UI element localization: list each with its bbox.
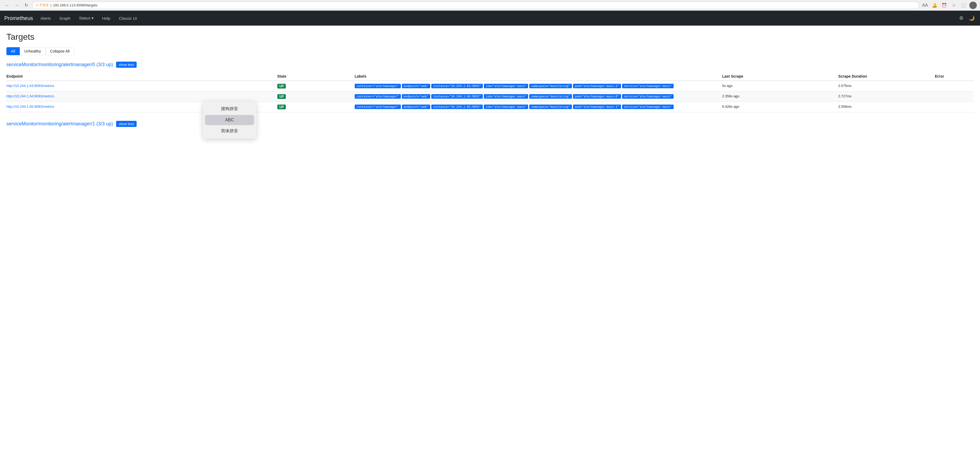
table-row: http://10.244.1.65:9093/metricsUPcontain… [6, 102, 974, 112]
browser-tools: AA 🔔 ⏰ ☆ ⬚ [921, 2, 977, 9]
reload-button[interactable]: ↻ [22, 2, 30, 9]
nav-alerts[interactable]: Alerts [40, 14, 52, 23]
last-scrape-value: 6.428s ago [722, 102, 838, 112]
nav-classic-ui[interactable]: Classic UI [118, 14, 138, 23]
label-badge: instance="10.244.1.65:9093" [431, 105, 483, 109]
settings-button[interactable]: ⚙ [958, 14, 964, 22]
label-badge: namespace="monitoring" [529, 105, 572, 109]
endpoint-link[interactable]: http://10.244.1.65:9093/metrics [6, 105, 54, 109]
header-state: State [277, 72, 355, 81]
scrape-duration-value: 2.556ms [838, 102, 935, 112]
section-alertmanager-0-header: serviceMonitor/monitoring/alertmanager/0… [6, 62, 974, 68]
scrape-duration-value: 2.727ms [838, 92, 935, 102]
label-badge: container="alertmanager" [355, 105, 401, 109]
state-badge: UP [277, 84, 286, 89]
timer-button[interactable]: ⏰ [940, 2, 948, 9]
header-labels: Labels [355, 72, 722, 81]
favorites-button[interactable]: ☆ [950, 2, 958, 9]
label-badge: endpoint="web" [402, 105, 431, 109]
last-scrape-value: 5s ago [722, 81, 838, 92]
endpoint-link[interactable]: http://10.244.1.64:9093/metrics [6, 94, 54, 98]
label-badge: service="alertmanager-main" [622, 94, 674, 99]
nav-status[interactable]: Status ▾ [78, 14, 95, 23]
label-badge: job="alertmanager-main" [484, 94, 528, 99]
label-badge: pod="alertmanager-main-2" [573, 84, 621, 88]
state-badge: UP [277, 94, 286, 99]
error-value [935, 81, 974, 92]
label-badge: job="alertmanager-main" [484, 84, 528, 88]
table-row: http://10.244.1.64:9093/metricsUPcontain… [6, 92, 974, 102]
labels-container: container="alertmanager"endpoint="web"in… [355, 84, 719, 88]
header-error: Error [935, 72, 974, 81]
show-less-alertmanager-0[interactable]: show less [116, 62, 137, 68]
filter-collapse-all[interactable]: Collapse All [46, 47, 74, 55]
filter-buttons: All Unhealthy Collapse All [6, 47, 974, 55]
label-badge: namespace="monitoring" [529, 94, 572, 99]
navbar-right: ⚙ 🌙 [958, 14, 976, 22]
label-badge: service="alertmanager-main" [622, 84, 674, 88]
main-content: Targets All Unhealthy Collapse All servi… [0, 25, 980, 138]
section-alertmanager-0-title[interactable]: serviceMonitor/monitoring/alertmanager/0… [6, 62, 113, 68]
section-alertmanager-1-header: serviceMonitor/monitoring/alertmanager/1… [6, 121, 974, 127]
filter-all[interactable]: All [6, 47, 20, 55]
label-badge: pod="alertmanager-main-0" [573, 94, 621, 99]
endpoint-link[interactable]: http://10.244.1.63:9093/metrics [6, 84, 54, 88]
browser-chrome: ← → ↻ ⚠ 不安全 | 192.168.0.113:30080/target… [0, 0, 980, 11]
labels-container: container="alertmanager"endpoint="web"in… [355, 94, 719, 99]
label-badge: service="alertmanager-main" [622, 105, 674, 109]
brand-link[interactable]: Prometheus [4, 15, 33, 21]
nav-help[interactable]: Help [101, 14, 111, 23]
translate-button[interactable]: AA [921, 2, 929, 9]
label-badge: container="alertmanager" [355, 94, 401, 99]
show-less-alertmanager-1[interactable]: show less [116, 121, 137, 127]
address-separator: | [51, 3, 51, 7]
address-text: 192.168.0.113:30080/targets [53, 3, 97, 7]
header-scrape-duration: Scrape Duration [838, 72, 935, 81]
ime-option-sougou[interactable]: 搜狗拼音 [203, 103, 256, 114]
theme-toggle-button[interactable]: 🌙 [968, 14, 976, 22]
address-bar[interactable]: ⚠ 不安全 | 192.168.0.113:30080/targets [32, 2, 919, 9]
ime-option-abc[interactable]: ABC [205, 115, 254, 125]
security-warning: ⚠ 不安全 [35, 3, 49, 8]
back-button[interactable]: ← [3, 2, 11, 9]
error-value [935, 102, 974, 112]
label-badge: pod="alertmanager-main-1" [573, 105, 621, 109]
table-row: http://10.244.1.63:9093/metricsUPcontain… [6, 81, 974, 92]
filter-unhealthy[interactable]: Unhealthy [20, 47, 46, 55]
section-alertmanager-1-title[interactable]: serviceMonitor/monitoring/alertmanager/1… [6, 121, 113, 127]
ime-popup: 搜狗拼音 ABC 简体拼音 [203, 101, 256, 138]
nav-graph[interactable]: Graph [58, 14, 72, 23]
profile-avatar[interactable] [969, 2, 977, 9]
label-badge: instance="10.244.1.63:9093" [431, 84, 483, 88]
error-value [935, 92, 974, 102]
targets-table-alertmanager-0: Endpoint State Labels Last Scrape Scrape… [6, 72, 974, 112]
navbar: Prometheus Alerts Graph Status ▾ Help Cl… [0, 11, 980, 25]
collections-button[interactable]: ⬚ [960, 2, 967, 9]
label-badge: endpoint="web" [402, 84, 431, 88]
extensions-button[interactable]: 🔔 [931, 2, 939, 9]
label-badge: job="alertmanager-main" [484, 105, 528, 109]
labels-container: container="alertmanager"endpoint="web"in… [355, 105, 719, 109]
label-badge: instance="10.244.1.64:9093" [431, 94, 483, 99]
header-endpoint: Endpoint [6, 72, 277, 81]
page-title: Targets [6, 32, 974, 42]
scrape-duration-value: 2.575ms [838, 81, 935, 92]
ime-option-simplified[interactable]: 简体拼音 [203, 125, 256, 136]
state-badge: UP [277, 105, 286, 109]
label-badge: namespace="monitoring" [529, 84, 572, 88]
label-badge: container="alertmanager" [355, 84, 401, 88]
forward-button[interactable]: → [13, 2, 20, 9]
last-scrape-value: 2.356s ago [722, 92, 838, 102]
label-badge: endpoint="web" [402, 94, 431, 99]
header-last-scrape: Last Scrape [722, 72, 838, 81]
